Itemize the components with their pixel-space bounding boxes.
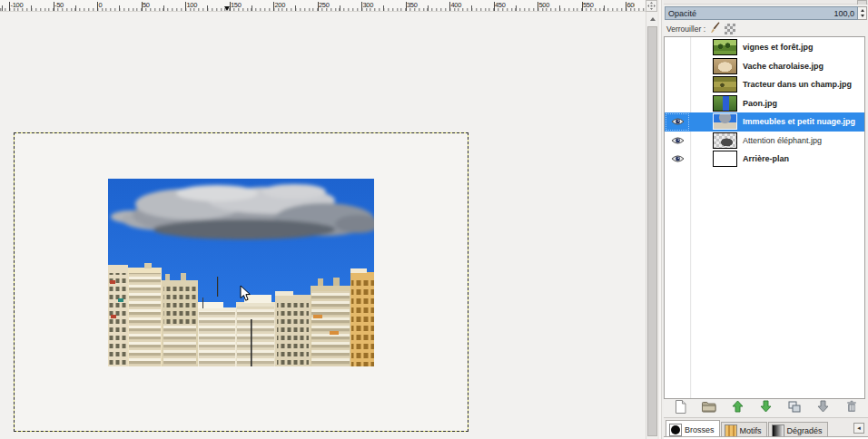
duplicate-layer-button[interactable] bbox=[785, 401, 804, 415]
ruler-tick-label: 0 bbox=[99, 1, 103, 9]
layer-name: Paon.jpg bbox=[743, 99, 777, 108]
folder-icon bbox=[702, 400, 716, 416]
ruler-tick-label: 200 bbox=[275, 1, 286, 9]
layer-visibility-toggle[interactable] bbox=[665, 112, 690, 132]
eye-icon bbox=[671, 151, 685, 167]
ruler-tick-label: 150 bbox=[231, 1, 242, 9]
ruler-tick-label: 450 bbox=[495, 1, 506, 9]
opacity-row: Opacité 100,0 bbox=[665, 6, 867, 20]
dock-tab-label: Motifs bbox=[740, 426, 762, 435]
layer-visibility-toggle[interactable] bbox=[665, 132, 690, 151]
scrollbar-thumb[interactable] bbox=[647, 26, 657, 436]
duplicate-icon bbox=[788, 400, 801, 416]
clipped-widget-strip bbox=[664, 0, 868, 5]
ruler-tick-label: 300 bbox=[363, 1, 374, 9]
navigation-cross-icon bbox=[647, 2, 656, 10]
opacity-spinner[interactable] bbox=[858, 6, 867, 20]
layer-chain-cell[interactable] bbox=[690, 132, 713, 151]
layer-thumbnail bbox=[713, 39, 737, 55]
lock-paint-button[interactable] bbox=[709, 21, 721, 37]
pattern-swatch-icon bbox=[725, 424, 737, 437]
paintbrush-icon bbox=[709, 22, 721, 34]
layer-chain-cell[interactable] bbox=[690, 75, 713, 94]
eye-icon bbox=[671, 113, 685, 130]
lock-row: Verrouiller : bbox=[666, 22, 866, 35]
layer-visibility-toggle[interactable] bbox=[665, 150, 690, 169]
lower-layer-button[interactable] bbox=[757, 401, 775, 415]
layer-rows: vignes et forêt.jpgVache charolaise.jpgT… bbox=[665, 37, 864, 169]
layer-row[interactable]: vignes et forêt.jpg bbox=[665, 38, 864, 57]
layer-name: Attention éléphant.jpg bbox=[743, 136, 822, 145]
layer-name: Immeubles et petit nuage.jpg bbox=[743, 117, 855, 126]
layer-row[interactable]: Vache charolaise.jpg bbox=[665, 57, 864, 76]
opacity-value: 100,0 bbox=[833, 9, 854, 18]
layer-visibility-toggle[interactable] bbox=[665, 38, 690, 57]
mouse-cursor bbox=[240, 285, 252, 306]
opacity-label: Opacité bbox=[668, 9, 696, 18]
anchor-layer-button[interactable] bbox=[814, 401, 833, 415]
layer-chain-cell[interactable] bbox=[690, 150, 713, 169]
gradient-swatch-icon bbox=[772, 424, 784, 437]
layer-row[interactable]: Tracteur dans un champ.jpg bbox=[665, 75, 864, 94]
arrow-down-green-icon bbox=[760, 400, 772, 416]
layer-row[interactable]: Arrière-plan bbox=[665, 150, 864, 169]
layer-chain-cell[interactable] bbox=[690, 94, 713, 113]
layer-visibility-toggle[interactable] bbox=[665, 75, 690, 94]
layer-thumbnail bbox=[713, 132, 737, 149]
ruler-tick-label: 400 bbox=[451, 1, 462, 9]
layer-thumbnail bbox=[713, 58, 737, 74]
layer-chain-cell[interactable] bbox=[690, 57, 713, 76]
lock-label: Verrouiller : bbox=[666, 24, 705, 34]
new-group-button[interactable] bbox=[700, 401, 718, 415]
layer-chain-cell[interactable] bbox=[690, 112, 713, 132]
new-layer-button[interactable] bbox=[671, 401, 689, 415]
dock-splitter[interactable] bbox=[657, 0, 664, 439]
ruler-tick-label: -50 bbox=[54, 1, 64, 9]
opacity-slider[interactable]: Opacité 100,0 bbox=[665, 6, 858, 20]
layer-thumbnail bbox=[713, 151, 737, 167]
layer-thumbnail bbox=[713, 113, 737, 130]
arrow-down-gray-icon bbox=[817, 400, 829, 416]
ruler-tick-label: 500 bbox=[539, 1, 550, 9]
ruler-tick-label: -100 bbox=[11, 1, 24, 9]
layers-dock: Opacité 100,0 Verrouiller : vignes et fo… bbox=[664, 0, 868, 439]
layer-action-bar bbox=[664, 400, 868, 416]
layer-thumbnail bbox=[713, 95, 737, 112]
ruler-tick-label: 250 bbox=[319, 1, 330, 9]
layer-row[interactable]: Attention éléphant.jpg bbox=[665, 132, 864, 151]
layer-name: Vache charolaise.jpg bbox=[743, 62, 824, 71]
raise-layer-button[interactable] bbox=[728, 401, 746, 415]
layer-visibility-toggle[interactable] bbox=[665, 57, 690, 76]
eye-icon bbox=[671, 132, 685, 149]
brush-swatch-icon bbox=[669, 424, 682, 436]
layer-name: vignes et forêt.jpg bbox=[743, 43, 814, 52]
ruler-tick-label: 350 bbox=[407, 1, 418, 9]
layer-row[interactable]: Paon.jpg bbox=[665, 94, 864, 113]
clipped-widget-box bbox=[857, 0, 867, 5]
new-page-icon bbox=[675, 400, 686, 417]
layer-list[interactable]: vignes et forêt.jpgVache charolaise.jpgT… bbox=[664, 36, 865, 399]
gimp-window: -100-50050100150200250300350400450500550… bbox=[0, 0, 868, 439]
dock-tab-label: Dégradés bbox=[787, 426, 823, 435]
layer-chain-cell[interactable] bbox=[690, 38, 713, 57]
layer-visibility-toggle[interactable] bbox=[665, 94, 690, 113]
canvas-vertical-scrollbar[interactable] bbox=[646, 12, 657, 439]
ruler-labels: -100-50050100150200250300350400450500550… bbox=[0, 0, 635, 12]
trash-icon bbox=[845, 400, 858, 416]
tab-menu-button[interactable]: ◂ bbox=[853, 423, 864, 434]
ruler-tick-label: 100 bbox=[187, 1, 198, 9]
photo-immeubles-et-nuage bbox=[108, 179, 374, 366]
layer-thumbnail bbox=[713, 76, 737, 93]
delete-layer-button[interactable] bbox=[843, 401, 861, 415]
layer-name: Arrière-plan bbox=[743, 154, 789, 163]
horizontal-ruler[interactable]: -100-50050100150200250300350400450500550… bbox=[0, 0, 646, 12]
ruler-position-marker bbox=[224, 6, 230, 11]
dock-tab-label: Brosses bbox=[685, 425, 715, 434]
ruler-tick-label: 550 bbox=[583, 1, 594, 9]
lock-alpha-button checkerboard-icon[interactable] bbox=[725, 24, 735, 34]
arrow-up-green-icon bbox=[732, 400, 744, 416]
spinner-down-icon[interactable] bbox=[858, 14, 866, 20]
ruler-tick-label: 50 bbox=[143, 1, 150, 9]
layer-row[interactable]: Immeubles et petit nuage.jpg bbox=[665, 112, 864, 132]
navigation-corner-button[interactable] bbox=[646, 0, 657, 12]
